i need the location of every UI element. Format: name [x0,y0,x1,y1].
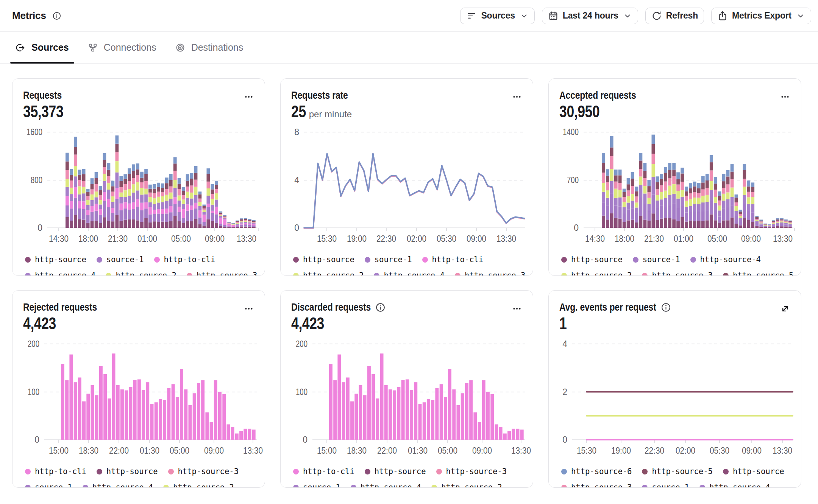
bar-segment [194,219,198,228]
bar-segment [706,202,709,210]
legend-label: http-source-2 [116,271,176,276]
card-menu-button[interactable] [778,90,792,104]
bar-segment [240,221,243,221]
bar-segment [211,199,214,205]
bar-segment [136,207,139,220]
bar-segment [78,219,81,228]
bar-segment [157,213,160,222]
cards-grid: Requests 35,373 1600800014:3018:0021:300… [0,64,818,488]
bar-segment [618,219,622,228]
bar-segment [610,181,614,193]
bar-segment [198,202,202,206]
y-tick-label: 100 [296,387,308,397]
x-tick-label: 09:00 [472,446,492,456]
bar-segment [219,218,222,224]
bar-segment [173,157,177,163]
bar-segment [664,207,667,218]
bar-segment [74,198,77,215]
bar-segment [664,173,667,181]
bar-segment [743,179,746,187]
bar-segment [240,218,243,219]
sources-filter-button[interactable]: Sources [460,8,534,24]
bar-segment [95,204,98,211]
bar-segment [167,388,170,440]
bar-segment [203,212,206,215]
x-tick-label: 13:30 [496,234,516,244]
tab-sources[interactable]: Sources [10,32,74,63]
card-menu-button[interactable] [242,302,256,316]
bar-segment [499,427,503,440]
bar-segment [788,225,792,227]
bar-segment [685,191,688,196]
legend-item: http-source-4 [690,255,761,264]
bar-segment [652,144,655,154]
x-tick-label: 13:30 [511,446,531,456]
bar-segment [768,227,771,228]
bar-segment [198,199,202,202]
bar-segment [116,385,120,440]
bar-segment [739,218,742,221]
bar-segment [150,404,154,440]
bar-segment [240,221,243,222]
bar-segment [350,401,354,440]
bar-segment [788,222,792,224]
bar-segment [693,192,696,198]
card-menu-button[interactable] [242,90,256,104]
bar-segment [148,215,152,222]
bar-segment [710,170,713,181]
legend-label: http-source [733,467,784,476]
bar-segment [70,201,73,209]
bar-segment [520,429,524,440]
bar-segment [119,210,123,221]
x-tick-label: 05:00 [170,446,189,456]
bar-segment [140,188,144,194]
card-requests-rate: Requests rate 25 per minute 84015:3019:0… [280,78,533,276]
date-range-button[interactable]: Last 24 hours [542,8,638,24]
bar-segment [157,222,160,228]
legend-label: source-1 [303,483,340,488]
legend-label: http-source-5 [733,271,793,276]
bar-segment [70,188,73,194]
bar-segment [672,194,676,204]
x-tick-label: 09:00 [467,234,486,244]
bar-segment [643,194,647,204]
card-menu-button[interactable] [510,302,524,316]
bar-segment [759,225,763,227]
card-menu-button[interactable] [510,90,524,104]
bar-segment [231,224,235,224]
bar-segment [759,223,763,224]
refresh-button[interactable]: Refresh [645,8,704,24]
card-value: 25 [291,103,306,120]
bar-segment [739,214,742,216]
bar-segment [710,181,713,190]
x-tick-label: 19:00 [347,234,367,244]
x-tick-label: 05:00 [707,234,727,244]
bar-segment [614,170,618,175]
x-tick-label: 09:00 [741,234,761,244]
bar-segment [111,221,115,228]
x-tick-label: 18:00 [615,234,634,244]
legend-dot [436,469,442,474]
bar-segment [435,388,439,440]
bar-segment [236,226,239,227]
bar-segment [627,203,630,210]
bar-segment [672,219,676,228]
bar-segment [614,198,618,206]
bar-segment [643,204,647,220]
bar-segment [198,194,202,199]
bar-segment [668,170,671,178]
bar-segment [776,222,779,223]
x-tick-label: 09:00 [742,446,762,456]
expand-button[interactable] [778,302,792,316]
tab-connections[interactable]: Connections [83,32,162,63]
y-tick-label: 4 [562,339,567,349]
legend-label: http-to-cli [303,467,354,476]
bar-segment [86,210,90,215]
legend-label: source-1 [652,483,689,488]
tab-destinations[interactable]: Destinations [170,32,249,63]
bar-segment [248,220,251,221]
metrics-export-button[interactable]: Metrics Export [711,8,811,24]
bar-segment [776,224,779,226]
bar-segment [784,222,788,223]
bar-segment [768,224,771,225]
